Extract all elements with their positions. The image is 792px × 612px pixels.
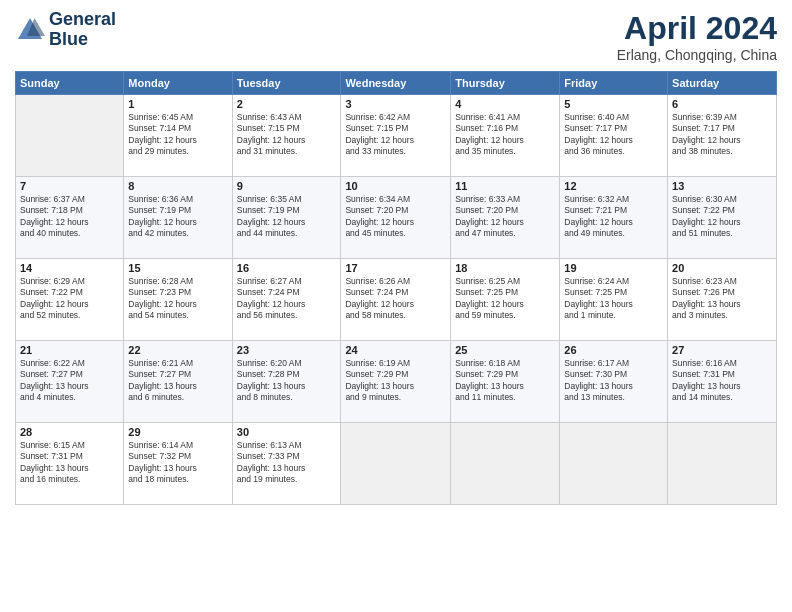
day-number: 7 bbox=[20, 180, 119, 192]
day-info: Sunrise: 6:28 AM Sunset: 7:23 PM Dayligh… bbox=[128, 276, 227, 322]
day-info: Sunrise: 6:41 AM Sunset: 7:16 PM Dayligh… bbox=[455, 112, 555, 158]
day-number: 17 bbox=[345, 262, 446, 274]
calendar-cell: 10Sunrise: 6:34 AM Sunset: 7:20 PM Dayli… bbox=[341, 177, 451, 259]
day-number: 13 bbox=[672, 180, 772, 192]
day-number: 4 bbox=[455, 98, 555, 110]
calendar-cell: 30Sunrise: 6:13 AM Sunset: 7:33 PM Dayli… bbox=[232, 423, 341, 505]
calendar-cell: 16Sunrise: 6:27 AM Sunset: 7:24 PM Dayli… bbox=[232, 259, 341, 341]
day-info: Sunrise: 6:32 AM Sunset: 7:21 PM Dayligh… bbox=[564, 194, 663, 240]
calendar-cell: 14Sunrise: 6:29 AM Sunset: 7:22 PM Dayli… bbox=[16, 259, 124, 341]
calendar-cell bbox=[668, 423, 777, 505]
day-number: 28 bbox=[20, 426, 119, 438]
day-info: Sunrise: 6:37 AM Sunset: 7:18 PM Dayligh… bbox=[20, 194, 119, 240]
day-number: 19 bbox=[564, 262, 663, 274]
col-header-tuesday: Tuesday bbox=[232, 72, 341, 95]
calendar-table: SundayMondayTuesdayWednesdayThursdayFrid… bbox=[15, 71, 777, 505]
col-header-saturday: Saturday bbox=[668, 72, 777, 95]
day-info: Sunrise: 6:45 AM Sunset: 7:14 PM Dayligh… bbox=[128, 112, 227, 158]
day-info: Sunrise: 6:22 AM Sunset: 7:27 PM Dayligh… bbox=[20, 358, 119, 404]
calendar-cell: 4Sunrise: 6:41 AM Sunset: 7:16 PM Daylig… bbox=[451, 95, 560, 177]
main-title: April 2024 bbox=[617, 10, 777, 47]
day-info: Sunrise: 6:15 AM Sunset: 7:31 PM Dayligh… bbox=[20, 440, 119, 486]
day-number: 5 bbox=[564, 98, 663, 110]
week-row-3: 14Sunrise: 6:29 AM Sunset: 7:22 PM Dayli… bbox=[16, 259, 777, 341]
day-info: Sunrise: 6:20 AM Sunset: 7:28 PM Dayligh… bbox=[237, 358, 337, 404]
logo-icon bbox=[15, 15, 45, 45]
day-info: Sunrise: 6:27 AM Sunset: 7:24 PM Dayligh… bbox=[237, 276, 337, 322]
calendar-cell: 15Sunrise: 6:28 AM Sunset: 7:23 PM Dayli… bbox=[124, 259, 232, 341]
calendar-cell: 27Sunrise: 6:16 AM Sunset: 7:31 PM Dayli… bbox=[668, 341, 777, 423]
week-row-5: 28Sunrise: 6:15 AM Sunset: 7:31 PM Dayli… bbox=[16, 423, 777, 505]
calendar-cell: 1Sunrise: 6:45 AM Sunset: 7:14 PM Daylig… bbox=[124, 95, 232, 177]
calendar-cell bbox=[560, 423, 668, 505]
calendar-cell: 22Sunrise: 6:21 AM Sunset: 7:27 PM Dayli… bbox=[124, 341, 232, 423]
day-number: 8 bbox=[128, 180, 227, 192]
day-number: 22 bbox=[128, 344, 227, 356]
day-number: 26 bbox=[564, 344, 663, 356]
calendar-cell: 23Sunrise: 6:20 AM Sunset: 7:28 PM Dayli… bbox=[232, 341, 341, 423]
day-info: Sunrise: 6:36 AM Sunset: 7:19 PM Dayligh… bbox=[128, 194, 227, 240]
col-header-monday: Monday bbox=[124, 72, 232, 95]
day-number: 18 bbox=[455, 262, 555, 274]
logo-text: General Blue bbox=[49, 10, 116, 50]
day-info: Sunrise: 6:39 AM Sunset: 7:17 PM Dayligh… bbox=[672, 112, 772, 158]
calendar-cell: 19Sunrise: 6:24 AM Sunset: 7:25 PM Dayli… bbox=[560, 259, 668, 341]
calendar-cell: 29Sunrise: 6:14 AM Sunset: 7:32 PM Dayli… bbox=[124, 423, 232, 505]
calendar-cell: 28Sunrise: 6:15 AM Sunset: 7:31 PM Dayli… bbox=[16, 423, 124, 505]
day-info: Sunrise: 6:35 AM Sunset: 7:19 PM Dayligh… bbox=[237, 194, 337, 240]
day-info: Sunrise: 6:29 AM Sunset: 7:22 PM Dayligh… bbox=[20, 276, 119, 322]
day-info: Sunrise: 6:17 AM Sunset: 7:30 PM Dayligh… bbox=[564, 358, 663, 404]
day-info: Sunrise: 6:43 AM Sunset: 7:15 PM Dayligh… bbox=[237, 112, 337, 158]
calendar-cell: 24Sunrise: 6:19 AM Sunset: 7:29 PM Dayli… bbox=[341, 341, 451, 423]
calendar-cell: 21Sunrise: 6:22 AM Sunset: 7:27 PM Dayli… bbox=[16, 341, 124, 423]
calendar-cell: 7Sunrise: 6:37 AM Sunset: 7:18 PM Daylig… bbox=[16, 177, 124, 259]
calendar-cell: 2Sunrise: 6:43 AM Sunset: 7:15 PM Daylig… bbox=[232, 95, 341, 177]
day-number: 15 bbox=[128, 262, 227, 274]
day-number: 23 bbox=[237, 344, 337, 356]
day-info: Sunrise: 6:33 AM Sunset: 7:20 PM Dayligh… bbox=[455, 194, 555, 240]
day-number: 14 bbox=[20, 262, 119, 274]
day-info: Sunrise: 6:26 AM Sunset: 7:24 PM Dayligh… bbox=[345, 276, 446, 322]
day-info: Sunrise: 6:40 AM Sunset: 7:17 PM Dayligh… bbox=[564, 112, 663, 158]
subtitle: Erlang, Chongqing, China bbox=[617, 47, 777, 63]
day-info: Sunrise: 6:25 AM Sunset: 7:25 PM Dayligh… bbox=[455, 276, 555, 322]
calendar-cell: 3Sunrise: 6:42 AM Sunset: 7:15 PM Daylig… bbox=[341, 95, 451, 177]
day-number: 10 bbox=[345, 180, 446, 192]
calendar-cell bbox=[16, 95, 124, 177]
col-header-sunday: Sunday bbox=[16, 72, 124, 95]
calendar-cell: 17Sunrise: 6:26 AM Sunset: 7:24 PM Dayli… bbox=[341, 259, 451, 341]
day-number: 21 bbox=[20, 344, 119, 356]
day-info: Sunrise: 6:13 AM Sunset: 7:33 PM Dayligh… bbox=[237, 440, 337, 486]
calendar-cell: 13Sunrise: 6:30 AM Sunset: 7:22 PM Dayli… bbox=[668, 177, 777, 259]
day-number: 12 bbox=[564, 180, 663, 192]
calendar-cell: 20Sunrise: 6:23 AM Sunset: 7:26 PM Dayli… bbox=[668, 259, 777, 341]
col-header-thursday: Thursday bbox=[451, 72, 560, 95]
day-number: 6 bbox=[672, 98, 772, 110]
day-info: Sunrise: 6:16 AM Sunset: 7:31 PM Dayligh… bbox=[672, 358, 772, 404]
day-number: 25 bbox=[455, 344, 555, 356]
calendar-cell: 6Sunrise: 6:39 AM Sunset: 7:17 PM Daylig… bbox=[668, 95, 777, 177]
calendar-cell: 18Sunrise: 6:25 AM Sunset: 7:25 PM Dayli… bbox=[451, 259, 560, 341]
day-number: 24 bbox=[345, 344, 446, 356]
day-number: 1 bbox=[128, 98, 227, 110]
day-info: Sunrise: 6:23 AM Sunset: 7:26 PM Dayligh… bbox=[672, 276, 772, 322]
day-info: Sunrise: 6:42 AM Sunset: 7:15 PM Dayligh… bbox=[345, 112, 446, 158]
day-number: 29 bbox=[128, 426, 227, 438]
day-info: Sunrise: 6:34 AM Sunset: 7:20 PM Dayligh… bbox=[345, 194, 446, 240]
calendar-cell: 8Sunrise: 6:36 AM Sunset: 7:19 PM Daylig… bbox=[124, 177, 232, 259]
header: General Blue April 2024 Erlang, Chongqin… bbox=[15, 10, 777, 63]
logo: General Blue bbox=[15, 10, 116, 50]
calendar-cell: 11Sunrise: 6:33 AM Sunset: 7:20 PM Dayli… bbox=[451, 177, 560, 259]
day-number: 2 bbox=[237, 98, 337, 110]
day-number: 9 bbox=[237, 180, 337, 192]
calendar-cell: 12Sunrise: 6:32 AM Sunset: 7:21 PM Dayli… bbox=[560, 177, 668, 259]
day-info: Sunrise: 6:14 AM Sunset: 7:32 PM Dayligh… bbox=[128, 440, 227, 486]
calendar-cell bbox=[341, 423, 451, 505]
day-number: 27 bbox=[672, 344, 772, 356]
calendar-cell: 25Sunrise: 6:18 AM Sunset: 7:29 PM Dayli… bbox=[451, 341, 560, 423]
calendar-cell: 9Sunrise: 6:35 AM Sunset: 7:19 PM Daylig… bbox=[232, 177, 341, 259]
week-row-2: 7Sunrise: 6:37 AM Sunset: 7:18 PM Daylig… bbox=[16, 177, 777, 259]
col-header-wednesday: Wednesday bbox=[341, 72, 451, 95]
calendar-cell: 5Sunrise: 6:40 AM Sunset: 7:17 PM Daylig… bbox=[560, 95, 668, 177]
day-info: Sunrise: 6:24 AM Sunset: 7:25 PM Dayligh… bbox=[564, 276, 663, 322]
